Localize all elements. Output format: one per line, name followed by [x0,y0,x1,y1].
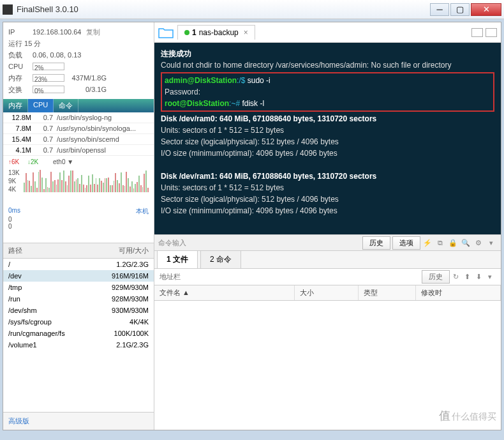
swap-bar: 0% [33,86,64,93]
swap-usage: 0/3.1G [67,84,107,95]
path-row[interactable]: /sys/fs/cgroup4K/4K [3,316,154,328]
path-row[interactable]: /run928M/930M [3,293,154,305]
close-tab-icon[interactable]: × [244,28,248,37]
maximize-button[interactable]: ▢ [450,3,470,16]
ip-value: 192.168.100.64 [33,26,81,38]
mem-label: 内存 [8,72,33,84]
file-col-modified[interactable]: 修改时 [416,285,501,300]
load-value: 0.06, 0.08, 0.13 [33,49,81,61]
download-icon[interactable]: ⬇ [473,273,484,281]
bottom-tab-files[interactable]: 1 文件 [157,250,198,268]
proc-tab-cmd[interactable]: 命令 [54,99,78,112]
terminal[interactable]: 连接成功 Could not chdir to home directory /… [154,43,501,234]
close-button[interactable]: ✕ [471,3,501,16]
proc-tab-cpu[interactable]: CPU [28,99,54,112]
advanced-link[interactable]: 高级版 [3,412,154,430]
address-label: 地址栏 [159,272,181,282]
app-icon [3,4,13,15]
highlighted-commands: admin@DiskStation:/$ sudo -i Password: r… [161,72,494,112]
proc-tab-mem[interactable]: 内存 [3,99,28,112]
session-tab[interactable]: 1 nas-backup × [177,25,255,40]
search-icon[interactable]: 🔍 [460,239,471,247]
load-label: 负载 [8,49,33,61]
path-row[interactable]: /volume12.1G/2.3G [3,339,154,351]
net-if[interactable]: eth0 ▼ [53,158,73,165]
mem-usage: 437M/1.8G [67,72,107,84]
uptime: 运行 15 分 [8,38,149,49]
process-row[interactable]: 12.8M0.7/usr/bin/syslog-ng [3,112,154,123]
path-col-path[interactable]: 路径 [8,246,91,255]
collapse2-icon[interactable]: ▾ [484,273,496,281]
lock-icon[interactable]: 🔒 [447,239,459,247]
net-chart [24,167,149,192]
cpu-bar: 2% [33,63,64,70]
gear-icon[interactable]: ⚙ [473,239,484,247]
process-row[interactable]: 7.8M0.7/usr/syno/sbin/synologa... [3,123,154,134]
process-row[interactable]: 4.1M0.7/usr/bin/openssl [3,145,154,156]
status-dot-icon [184,30,189,35]
bolt-icon[interactable]: ⚡ [422,239,433,247]
options-button[interactable]: 选项 [392,236,420,250]
upload-icon[interactable]: ⬆ [461,273,473,281]
net-down: ↓2K [27,158,38,165]
path-col-size[interactable]: 可用/大小 [91,246,149,255]
file-col-name[interactable]: 文件名 ▲ [154,285,295,300]
path-row[interactable]: /run/cgmanager/fs100K/100K [3,328,154,339]
lat-value: 0ms [8,207,20,216]
cpu-label: CPU [8,61,33,72]
ip-label: IP [8,26,33,38]
lat-host[interactable]: 本机 [136,207,149,216]
net-up: ↑6K [8,158,19,165]
path-row[interactable]: /1.2G/2.3G [3,259,154,270]
cmd-input-label[interactable]: 命令输入 [158,238,360,248]
path-row[interactable]: /dev/shm930M/930M [3,305,154,316]
path-row[interactable]: /tmp929M/930M [3,282,154,293]
bottom-tab-cmds[interactable]: 2 命令 [200,250,241,268]
view-split-icon[interactable] [485,28,497,37]
view-grid-icon[interactable] [471,28,483,37]
copy-link[interactable]: 复制 [86,26,100,38]
path-row[interactable]: /dev916M/916M [3,270,154,282]
swap-label: 交换 [8,84,33,95]
file-col-size[interactable]: 大小 [295,285,359,300]
file-history-button[interactable]: 历史 [422,270,450,284]
file-col-type[interactable]: 类型 [359,285,416,300]
window-title: FinalShell 3.0.10 [17,4,429,14]
folder-icon[interactable] [158,27,174,38]
refresh-icon[interactable]: ↻ [450,273,461,281]
process-row[interactable]: 15.4M0.7/usr/syno/bin/scemd [3,134,154,145]
minimize-button[interactable]: ─ [430,3,449,16]
history-button[interactable]: 历史 [362,236,390,250]
mem-bar: 23% [33,74,64,82]
collapse-icon[interactable]: ▾ [485,239,497,247]
copy-icon[interactable]: ⧉ [434,239,446,247]
watermark: 值什么值得买 [439,408,496,423]
